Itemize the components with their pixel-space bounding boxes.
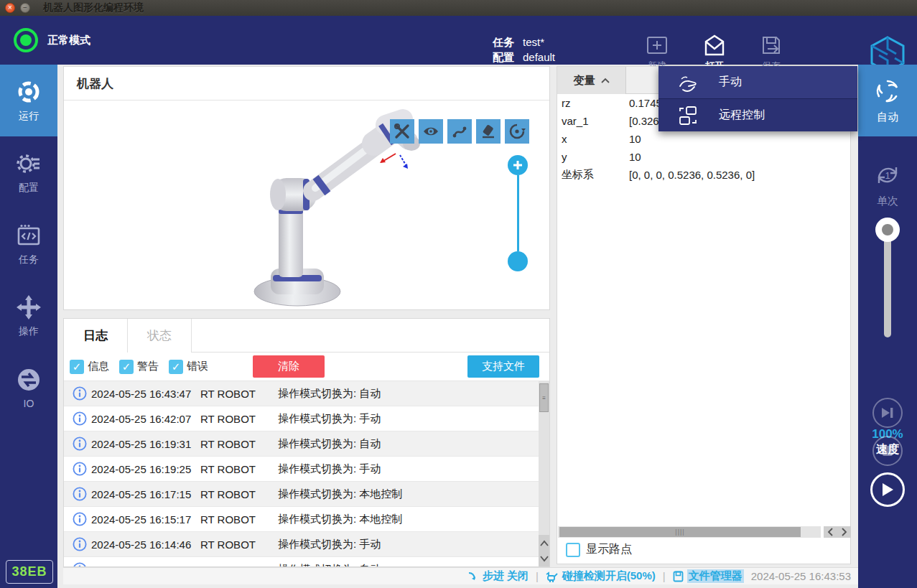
log-row[interactable]: 2024-05-25 16:43:47 RT ROBOT 操作模式切换为: 自动 [64, 381, 549, 406]
reset-view-button[interactable] [505, 119, 529, 144]
right-sidebar: 自动 1 单次 100% 速度 [858, 65, 917, 588]
variable-value: 10 [629, 133, 850, 145]
log-time: 2024-05-25 16:19:25 [91, 463, 200, 475]
stop-button[interactable] [872, 436, 903, 466]
variable-name: var_1 [557, 115, 629, 127]
new-folder-icon [645, 33, 669, 57]
variables-tab[interactable]: 变量 [557, 67, 626, 94]
path-button[interactable] [447, 119, 472, 144]
zoom-in-button[interactable] [508, 155, 528, 175]
variable-name: y [557, 151, 629, 163]
step-icon [467, 571, 479, 582]
single-run-button[interactable]: 1 单次 [858, 152, 917, 217]
zoom-slider-handle[interactable] [509, 253, 526, 270]
warning-checkbox[interactable] [119, 360, 134, 374]
collision-status[interactable]: 碰撞检测开启(50%) [546, 569, 656, 583]
chevron-right-icon[interactable] [841, 528, 847, 536]
variables-panel: 变量 rz 0.1745 var_1 [0.326 x [557, 66, 851, 564]
info-icon [73, 512, 87, 526]
error-checkbox[interactable] [169, 360, 183, 374]
log-row[interactable]: 2024-05-25 16:15:17 RT ROBOT 操作模式切换为: 本地… [64, 507, 549, 532]
sidebar-item-run[interactable]: 运行 [0, 65, 57, 136]
clear-button[interactable]: 清除 [253, 355, 325, 378]
remote-control-icon [677, 105, 699, 126]
file-manager-button[interactable]: 文件管理器 [673, 569, 744, 583]
log-row[interactable]: 2024-05-25 16:14:46 RT ROBOT 操作模式切换为: 手动 [64, 532, 549, 557]
log-time: 2024-05-25 16:15:17 [91, 513, 200, 526]
hscroll-thumb[interactable]: |||| [559, 527, 801, 537]
config-info: 配置 default [493, 51, 555, 65]
zoom-slider-track[interactable] [517, 175, 519, 251]
minimize-icon[interactable]: − [20, 3, 30, 13]
filter-warning-label: 警告 [137, 360, 159, 373]
support-files-button[interactable]: 支持文件 [467, 355, 539, 378]
sidebar-item-label: 任务 [19, 253, 39, 266]
single-cycle-icon: 1 [873, 161, 902, 190]
mode-label: 正常模式 [47, 34, 90, 47]
log-row[interactable]: 2024-05-25 16:14:26 RT ROBOT 操作模式切换为: 自动 [64, 557, 549, 566]
info-icon [73, 537, 87, 551]
show-waypoints-checkbox[interactable] [566, 543, 580, 557]
tools-button[interactable] [390, 119, 414, 144]
variables-tab-label: 变量 [574, 74, 595, 88]
vscroll-thumb[interactable]: ≡ [539, 383, 549, 412]
hscroll-track[interactable]: |||| [558, 526, 821, 538]
log-vscrollbar[interactable]: ≡ [539, 381, 549, 566]
sidebar-item-label: 操作 [19, 325, 39, 338]
auto-mode-button[interactable]: 自动 [858, 65, 917, 136]
file-manager-label: 文件管理器 [687, 569, 744, 583]
log-row[interactable]: 2024-05-25 16:42:07 RT ROBOT 操作模式切换为: 手动 [64, 406, 549, 431]
step-status[interactable]: 步进 关闭 [467, 569, 529, 583]
variable-row[interactable]: 坐标系 [0, 0, 0, 0.5236, 0.5236, 0] [557, 166, 850, 184]
file-manager-icon [673, 571, 684, 582]
visibility-button[interactable] [419, 119, 443, 144]
hscroll-arrows [824, 526, 851, 538]
sidebar-item-operate[interactable]: 操作 [0, 280, 57, 352]
step-over-button[interactable] [872, 398, 903, 428]
sidebar-item-io[interactable]: IO [0, 352, 57, 424]
eraser-button[interactable] [476, 119, 501, 144]
code-window-icon [16, 223, 42, 248]
status-badge: 38EB [6, 560, 53, 584]
variable-row[interactable]: x 10 [557, 130, 850, 148]
left-sidebar: 运行 配置 任务 操作 [0, 65, 57, 588]
log-source: RT ROBOT [200, 538, 278, 551]
sidebar-item-label: 配置 [19, 182, 39, 195]
close-icon[interactable]: × [5, 3, 15, 13]
sidebar-item-config[interactable]: 配置 [0, 136, 57, 208]
log-row[interactable]: 2024-05-25 16:19:25 RT ROBOT 操作模式切换为: 手动 [64, 457, 549, 482]
play-button[interactable] [870, 472, 905, 507]
statusbar-separator: | [536, 570, 539, 582]
variables-hscrollbar: |||| [558, 526, 851, 538]
run-icon [16, 79, 42, 105]
step-status-label: 步进 关闭 [483, 569, 529, 583]
log-row[interactable]: 2024-05-25 16:17:15 RT ROBOT 操作模式切换为: 本地… [64, 482, 549, 507]
variable-value: 10 [629, 151, 850, 163]
chevron-up-icon[interactable] [540, 540, 549, 546]
menu-item-manual[interactable]: 手动 [658, 66, 857, 98]
eye-icon [422, 123, 439, 140]
menu-item-remote[interactable]: 远程控制 [658, 99, 857, 131]
sidebar-item-task[interactable]: 任务 [0, 208, 57, 280]
speed-slider-handle[interactable] [875, 218, 900, 242]
chevron-left-icon[interactable] [827, 528, 834, 536]
info-checkbox[interactable] [70, 360, 84, 374]
chevron-down-icon[interactable] [540, 556, 549, 562]
log-time: 2024-05-25 16:42:07 [91, 413, 200, 425]
save-icon [759, 33, 783, 57]
tab-status[interactable]: 状态 [128, 319, 192, 353]
collision-icon [546, 571, 559, 582]
log-list: 2024-05-25 16:43:47 RT ROBOT 操作模式切换为: 自动… [64, 381, 549, 566]
log-time: 2024-05-25 16:17:15 [91, 488, 200, 500]
log-source: RT ROBOT [200, 564, 278, 567]
robot-3d-view[interactable] [64, 101, 549, 309]
app-window: × − 机器人图形化编程环境 正常模式 任务 test* 配置 default … [0, 0, 917, 588]
play-icon [880, 482, 895, 498]
variable-row[interactable]: y 10 [557, 148, 850, 166]
log-row[interactable]: 2024-05-25 16:19:31 RT ROBOT 操作模式切换为: 自动 [64, 431, 549, 457]
log-source: RT ROBOT [200, 388, 278, 400]
statusbar-time: 2024-05-25 16:43:53 [751, 570, 851, 582]
info-icon [73, 487, 87, 501]
gear-icon [16, 151, 42, 177]
tab-log[interactable]: 日志 [64, 319, 128, 353]
